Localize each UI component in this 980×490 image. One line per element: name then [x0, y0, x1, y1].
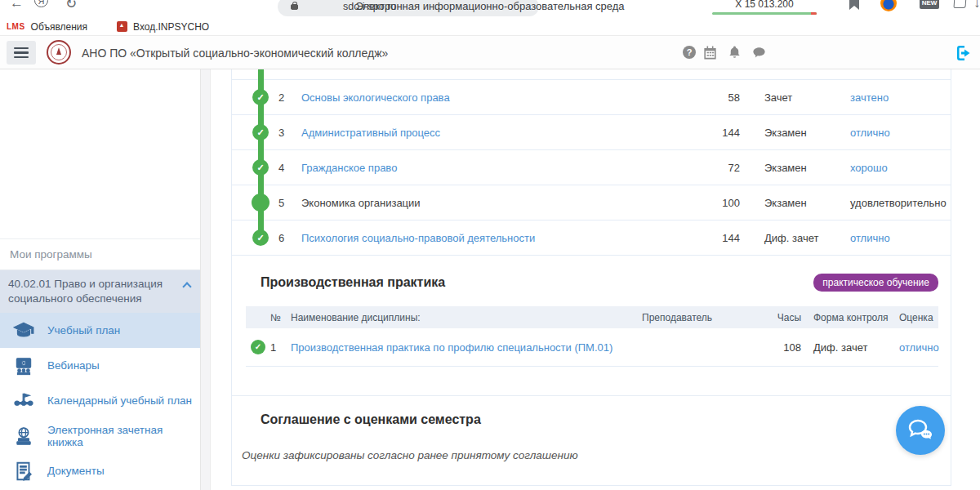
col-form: Форма контроля	[813, 312, 899, 323]
grade-link[interactable]: зачтено	[850, 91, 889, 104]
grade-link[interactable]: отлично	[850, 232, 890, 244]
sidebar-item-documents[interactable]: Документы	[0, 453, 200, 488]
practice-row: ✓ 1 Производственная практика по профилю…	[246, 328, 938, 367]
bookmarks-bar: LMS Объявления Вход.INPSYCHO	[0, 18, 980, 36]
webinar-icon	[13, 355, 34, 376]
row-number: 3	[278, 127, 301, 139]
table-row: 5 Экономика организации 100 Экзамен удов…	[232, 185, 951, 220]
hours-value: 144	[703, 232, 740, 244]
sidebar-item-label: Вебинары	[47, 359, 100, 372]
study-plan-card: ✓ 2 Основы экологического права 58 Зачет…	[231, 69, 951, 486]
bookmark-inpsycho[interactable]: Вход.INPSYCHO	[133, 21, 209, 33]
control-form: Диф. зачет	[764, 232, 850, 244]
course-name: Экономика организации	[301, 197, 421, 209]
new-badge[interactable]: NEW	[920, 0, 939, 9]
sidebar-item-label: Электронная зачетная книжка	[47, 424, 200, 448]
agreement-note: Оценки зафиксированы согласно ранее прин…	[242, 449, 951, 461]
help-icon[interactable]: ?	[683, 46, 696, 59]
grade-link[interactable]: хорошо	[850, 162, 888, 174]
extension-icon[interactable]	[953, 0, 966, 8]
table-row-partial	[232, 69, 951, 80]
app-header: АНО ПО «Открытый социально-экономический…	[0, 36, 980, 69]
hours-value: 108	[764, 341, 801, 354]
col-grade: Оценка	[899, 312, 938, 323]
screen: ← Я ↻ sdo.i-spo.ru Электронная информаци…	[0, 0, 980, 490]
sidebar-item-gradebook[interactable]: Электронная зачетная книжка	[0, 418, 200, 453]
browser-menu-icon[interactable]: Я	[34, 0, 48, 7]
control-form: Диф. зачет	[813, 341, 899, 354]
practice-course-link[interactable]: Производственная практика по профилю спе…	[291, 341, 612, 354]
control-form: Экзамен	[764, 197, 850, 209]
practice-table: № Наименование дисциплины: Преподаватель…	[246, 306, 938, 367]
grade-link[interactable]: отлично	[899, 341, 939, 354]
org-title: АНО ПО «Открытый социально-экономический…	[82, 47, 388, 60]
status-dot-icon	[252, 194, 270, 212]
control-form: Зачет	[764, 91, 850, 104]
browser-logo-icon[interactable]	[880, 0, 897, 11]
chat-icon[interactable]	[751, 45, 767, 60]
reload-icon[interactable]: ↻	[65, 0, 77, 12]
row-number: 4	[278, 162, 301, 174]
sidebar-item-webinars[interactable]: Вебинары	[0, 348, 200, 383]
bookmark-announcements[interactable]: Объявления	[31, 21, 87, 33]
status-check-icon: ✓	[252, 124, 269, 140]
table-row: ✓ 3 Административный процесс 144 Экзамен…	[232, 115, 951, 150]
table-row: ✓ 4 Гражданское право 72 Экзамен хорошо	[232, 150, 951, 185]
milestone-icon	[13, 390, 34, 412]
row-number: 5	[278, 197, 301, 209]
sidebar-item-label: Документы	[47, 465, 105, 477]
status-check-icon: ✓	[252, 159, 269, 176]
control-form: Экзамен	[764, 127, 850, 139]
calendar-icon[interactable]	[702, 45, 718, 60]
sidebar-program[interactable]: 40.02.01 Право и организация социального…	[0, 270, 200, 313]
hours-value: 72	[703, 162, 740, 174]
hours-value: 144	[703, 127, 740, 139]
grade-link[interactable]: отлично	[850, 127, 890, 139]
row-number: 6	[278, 232, 301, 244]
college-logo	[47, 40, 71, 65]
extension-badge[interactable]: X 15 013.200	[712, 0, 817, 10]
page-title: Электронная информационно-образовательна…	[343, 0, 637, 12]
agreement-title: Соглашение с оценками семестра	[261, 412, 938, 427]
course-link[interactable]: Психология социально-правовой деятельнос…	[301, 232, 535, 244]
hours-value: 58	[703, 91, 740, 104]
back-icon[interactable]: ←	[10, 0, 24, 11]
course-link[interactable]: Административный процесс	[301, 127, 440, 139]
extension-underline	[712, 12, 817, 15]
sidebar-item-label: Учебный план	[47, 324, 120, 336]
table-row: ✓ 6 Психология социально-правовой деятел…	[232, 220, 951, 256]
course-link[interactable]: Основы экологического права	[301, 91, 450, 104]
col-teacher: Преподаватель	[642, 312, 764, 323]
menu-toggle-button[interactable]	[7, 41, 36, 65]
sidebar-scrollbar[interactable]	[201, 69, 211, 490]
practice-table-header: № Наименование дисциплины: Преподаватель…	[246, 306, 938, 328]
document-pen-icon	[13, 461, 34, 482]
status-check-icon: ✓	[252, 89, 269, 105]
chat-bubbles-icon	[906, 417, 934, 443]
graduation-cap-icon	[13, 320, 34, 341]
main-content: ✓ 2 Основы экологического права 58 Зачет…	[211, 69, 980, 490]
col-num: №	[270, 312, 291, 323]
status-check-icon: ✓	[251, 340, 265, 354]
row-number: 2	[278, 91, 301, 104]
bookmark-icon[interactable]	[849, 0, 859, 10]
bell-icon[interactable]	[727, 45, 742, 60]
support-chat-button[interactable]	[896, 406, 945, 455]
sidebar-item-calendar-plan[interactable]: Календарный учебный план	[0, 383, 200, 418]
control-form: Экзамен	[764, 162, 850, 174]
lock-icon	[291, 4, 298, 10]
browser-bar: ← Я ↻ sdo.i-spo.ru Электронная информаци…	[0, 0, 980, 18]
download-icon[interactable]: ↓	[973, 0, 980, 11]
sidebar-spacer	[0, 69, 200, 239]
logout-icon[interactable]	[954, 43, 973, 63]
practice-title: Производственная практика	[261, 275, 445, 290]
grade-value: удовлетворительно	[850, 197, 947, 209]
chevron-up-icon	[182, 282, 191, 291]
sidebar: Мои программы 40.02.01 Право и организац…	[0, 69, 201, 490]
col-name: Наименование дисциплины:	[291, 312, 642, 323]
sidebar-item-study-plan[interactable]: Учебный план	[0, 313, 200, 348]
practice-badge: практическое обучение	[813, 274, 938, 292]
globe-books-icon	[13, 425, 34, 447]
semester-table: ✓ 2 Основы экологического права 58 Зачет…	[232, 69, 951, 256]
course-link[interactable]: Гражданское право	[301, 162, 397, 174]
